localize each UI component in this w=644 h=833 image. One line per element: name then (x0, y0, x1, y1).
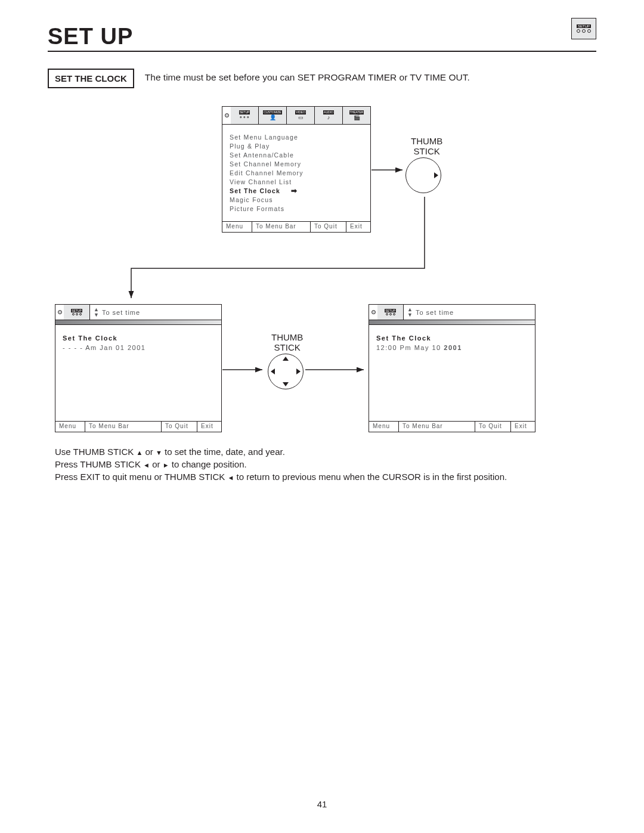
menu-item: View Channel List (230, 178, 363, 187)
tab-theater: THEATER🎬 (343, 107, 370, 124)
set-clock-heading: SET THE CLOCK (48, 69, 134, 88)
clock-screen-set: SETUP ▲▼To set time Set The Clock 12:00 … (369, 304, 535, 432)
menu-item: Set Menu Language (230, 133, 363, 142)
small-menubar-right: SETUP ▲▼To set time (369, 305, 535, 320)
tab-customize: CUSTOMIZE👤 (259, 107, 287, 124)
left-triangle-icon: ◄ (143, 462, 150, 469)
menu-item: Set The Clock➡ (230, 187, 363, 196)
page-number: 41 (317, 799, 327, 809)
page-title: Set Up (48, 24, 596, 49)
thumb-stick-2 (268, 354, 304, 389)
right-triangle-icon: ► (163, 462, 169, 469)
menu-item: Picture Formats (230, 205, 363, 213)
menu-item: Set Channel Memory (230, 160, 363, 169)
menu-item: Edit Channel Memory (230, 169, 363, 178)
thumb-stick-label-1: THUMBSTICK (411, 136, 442, 156)
menubar: SETUP∘∘∘ CUSTOMIZE👤 VIDEO▭ AUDIO♪ THEATE… (222, 107, 370, 125)
setup-corner-label: SETUP (577, 24, 591, 28)
clock-heading-left: Set The Clock (63, 335, 214, 342)
menu-list: Set Menu LanguagePlug & PlaySet Antenna/… (222, 125, 370, 218)
clock-screen-initial: SETUP ▲▼To set time Set The Clock - - - … (55, 304, 222, 432)
title-rule (48, 51, 596, 52)
thumb-stick-1 (405, 157, 441, 193)
instructions: Use THUMB STICK ▲ or ▼ to set the time, … (55, 446, 507, 484)
small-menubar-left: SETUP ▲▼To set time (55, 305, 221, 320)
menu-footer: Menu To Menu Bar To Quit Exit (222, 221, 370, 232)
clock-value-left: - - - - Am Jan 01 2001 (63, 344, 214, 351)
tab-setup: SETUP∘∘∘ (231, 107, 259, 124)
clock-value-right: 12:00 Pm May 10 2001 (376, 344, 528, 351)
tab-video: VIDEO▭ (287, 107, 315, 124)
tab-audio: AUDIO♪ (315, 107, 343, 124)
setup-corner-icon: SETUP (571, 18, 596, 39)
menu-item: Plug & Play (230, 142, 363, 151)
main-menu-screen: SETUP∘∘∘ CUSTOMIZE👤 VIDEO▭ AUDIO♪ THEATE… (222, 106, 371, 233)
footer-left: MenuTo Menu BarTo QuitExit (55, 421, 221, 432)
menu-item: Set Antenna/Cable (230, 151, 363, 160)
footer-right: MenuTo Menu BarTo QuitExit (369, 421, 535, 432)
left-triangle-icon: ◄ (228, 474, 234, 481)
clock-heading-right: Set The Clock (376, 335, 528, 342)
menu-item: Magic Focus (230, 196, 363, 205)
thumb-stick-label-2: THUMBSTICK (271, 332, 303, 352)
intro-text: The time must be set before you can SET … (145, 69, 470, 88)
up-triangle-icon: ▲ (136, 449, 143, 456)
down-triangle-icon: ▼ (156, 449, 162, 456)
